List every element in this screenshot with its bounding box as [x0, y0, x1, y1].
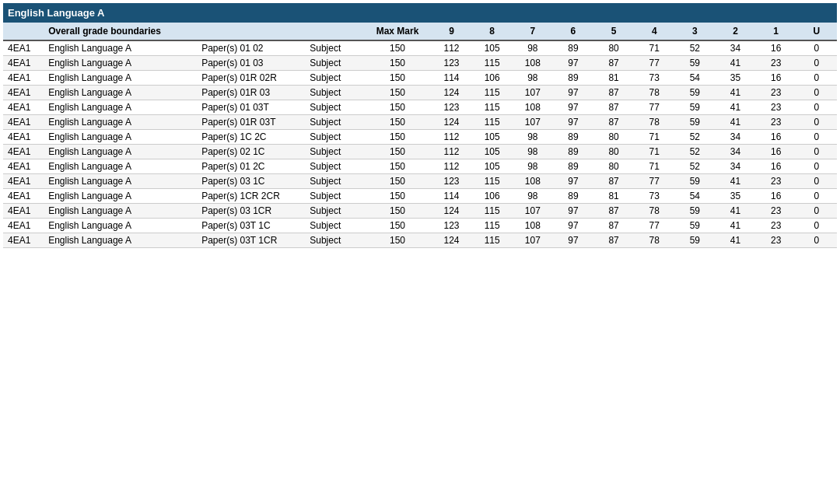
cell: 115 [472, 174, 513, 189]
cell: 150 [364, 219, 432, 233]
cell: 23 [756, 86, 796, 100]
cell: 0 [796, 204, 837, 219]
cell: 115 [472, 219, 513, 233]
cell: English Language A [44, 174, 197, 189]
cell: 4EA1 [3, 100, 44, 115]
table-row: 4EA1English Language APaper(s) 01R 03Sub… [3, 86, 837, 100]
cell: 4EA1 [3, 130, 44, 145]
cell: 107 [513, 115, 553, 130]
cell: 0 [796, 219, 837, 233]
cell: 73 [634, 71, 674, 86]
cell: Subject [305, 233, 363, 248]
cell: Subject [305, 115, 363, 130]
table-row: 4EA1English Language APaper(s) 03 1CRSub… [3, 204, 837, 219]
cell: 112 [431, 159, 471, 174]
cell: 98 [513, 189, 553, 204]
cell: 59 [674, 174, 715, 189]
cell: 123 [431, 174, 471, 189]
cell: 150 [364, 159, 432, 174]
cell: 87 [593, 204, 634, 219]
cell: 4EA1 [3, 86, 44, 100]
cell: 97 [553, 100, 593, 115]
main-container: English Language A Overall grade boundar… [0, 0, 840, 251]
cell: 59 [674, 100, 715, 115]
cell: Paper(s) 01R 03T [197, 115, 305, 130]
cell: 54 [674, 189, 715, 204]
cell: 41 [715, 100, 755, 115]
cell: 0 [796, 56, 837, 71]
cell: 97 [553, 115, 593, 130]
cell: 16 [756, 71, 796, 86]
cell: 87 [593, 100, 634, 115]
cell: 89 [553, 189, 593, 204]
cell: 4EA1 [3, 71, 44, 86]
table-row: 4EA1English Language APaper(s) 03T 1CRSu… [3, 233, 837, 248]
cell: 0 [796, 130, 837, 145]
table-row: 4EA1English Language APaper(s) 01R 02RSu… [3, 71, 837, 86]
header-g6: 6 [553, 23, 593, 40]
cell: 105 [472, 40, 513, 56]
cell: 0 [796, 159, 837, 174]
cell: English Language A [44, 233, 197, 248]
cell: 105 [472, 145, 513, 159]
cell: 89 [553, 145, 593, 159]
cell: 106 [472, 71, 513, 86]
cell: 16 [756, 130, 796, 145]
cell: 16 [756, 40, 796, 56]
cell: 105 [472, 130, 513, 145]
cell: 0 [796, 174, 837, 189]
header-g8: 8 [472, 23, 513, 40]
cell: 4EA1 [3, 174, 44, 189]
table-row: 4EA1English Language APaper(s) 01 02Subj… [3, 40, 837, 56]
header-g4: 4 [634, 23, 674, 40]
cell: 107 [513, 86, 553, 100]
cell: 4EA1 [3, 56, 44, 71]
cell: 80 [593, 130, 634, 145]
cell: 114 [431, 71, 471, 86]
cell: 97 [553, 204, 593, 219]
cell: English Language A [44, 189, 197, 204]
cell: 150 [364, 189, 432, 204]
cell: 41 [715, 233, 755, 248]
cell: 89 [553, 159, 593, 174]
cell: 97 [553, 233, 593, 248]
cell: 80 [593, 40, 634, 56]
cell: 124 [431, 86, 471, 100]
cell: 123 [431, 56, 471, 71]
cell: 78 [634, 233, 674, 248]
cell: English Language A [44, 145, 197, 159]
header-g5: 5 [593, 23, 634, 40]
cell: 23 [756, 174, 796, 189]
cell: 87 [593, 233, 634, 248]
cell: 4EA1 [3, 204, 44, 219]
table-row: 4EA1English Language APaper(s) 03 1CSubj… [3, 174, 837, 189]
cell: 77 [634, 174, 674, 189]
cell: 150 [364, 40, 432, 56]
cell: 97 [553, 56, 593, 71]
cell: 0 [796, 71, 837, 86]
cell: 97 [553, 174, 593, 189]
cell: 59 [674, 86, 715, 100]
cell: 35 [715, 189, 755, 204]
cell: 150 [364, 174, 432, 189]
cell: 41 [715, 219, 755, 233]
cell: 4EA1 [3, 219, 44, 233]
cell: English Language A [44, 219, 197, 233]
cell: 52 [674, 130, 715, 145]
cell: Paper(s) 01 03 [197, 56, 305, 71]
cell: 23 [756, 204, 796, 219]
cell: 4EA1 [3, 189, 44, 204]
header-code [3, 23, 44, 40]
cell: English Language A [44, 159, 197, 174]
cell: Paper(s) 03T 1CR [197, 233, 305, 248]
cell: 123 [431, 100, 471, 115]
cell: 16 [756, 159, 796, 174]
cell: 81 [593, 71, 634, 86]
cell: Subject [305, 130, 363, 145]
cell: 107 [513, 204, 553, 219]
cell: English Language A [44, 130, 197, 145]
cell: 108 [513, 174, 553, 189]
cell: 59 [674, 115, 715, 130]
cell: 98 [513, 130, 553, 145]
table-row: 4EA1English Language APaper(s) 01 03Subj… [3, 56, 837, 71]
